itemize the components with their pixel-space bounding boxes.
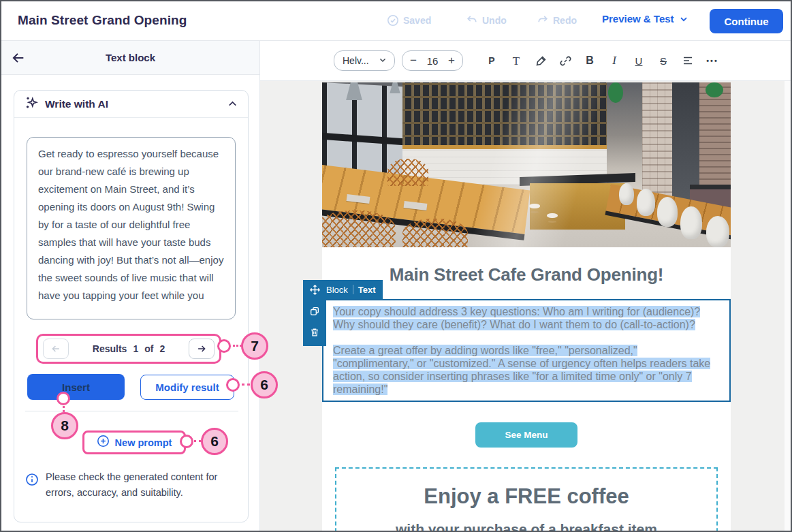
sidebar-header: Text block bbox=[1, 41, 259, 75]
block-tab[interactable]: Block bbox=[326, 285, 348, 295]
ai-card-title: Write with AI bbox=[45, 98, 108, 110]
results-counter: Results 1 of 2 bbox=[93, 343, 165, 354]
offer-subtitle: with your purchase of a breakfast item bbox=[343, 521, 710, 532]
results-current: 1 bbox=[133, 343, 138, 354]
cafe-photo-image-block[interactable] bbox=[322, 82, 731, 247]
block-toolbar: Block Text bbox=[303, 280, 383, 346]
top-bar: Main Street Grand Opening Saved Undo Red… bbox=[1, 1, 791, 41]
align-button[interactable] bbox=[676, 48, 700, 73]
saved-status: Saved bbox=[387, 14, 431, 27]
previous-result-button[interactable] bbox=[43, 339, 69, 359]
chevron-up-icon[interactable] bbox=[227, 98, 238, 112]
ai-disclaimer: Please check the generated content for e… bbox=[25, 469, 238, 501]
chevron-down-icon bbox=[378, 55, 387, 67]
strikethrough-button[interactable]: S bbox=[651, 48, 676, 73]
new-prompt-button[interactable]: New prompt bbox=[82, 431, 186, 454]
email-builder-window: Main Street Grand Opening Saved Undo Red… bbox=[0, 0, 792, 532]
email-paragraph: Your copy should address 3 key questions… bbox=[333, 305, 720, 331]
canvas-scrollbar[interactable] bbox=[785, 81, 791, 532]
bold-button[interactable]: B bbox=[577, 48, 602, 73]
text-tab[interactable]: Text bbox=[358, 285, 376, 295]
highlighted-text[interactable]: Create a great offer by adding words lik… bbox=[333, 345, 710, 395]
block-toolbar-tab: Block Text bbox=[303, 280, 383, 299]
results-of: of bbox=[144, 343, 153, 354]
more-options-button[interactable]: ••• bbox=[700, 48, 725, 73]
undo-label: Undo bbox=[482, 15, 507, 26]
continue-button[interactable]: Continue bbox=[710, 9, 783, 33]
panel-title: Text block bbox=[1, 41, 259, 75]
font-family-dropdown[interactable]: Helv... bbox=[334, 50, 395, 71]
undo-button[interactable]: Undo bbox=[466, 14, 507, 27]
editor-canvas: Helv... − 16 + P T bbox=[260, 41, 791, 532]
email-preview-area: Main Street Cafe Grand Opening! Block Te… bbox=[260, 81, 791, 532]
block-toolbar-actions bbox=[303, 299, 326, 346]
redo-label: Redo bbox=[553, 15, 577, 26]
font-size-stepper: − 16 + bbox=[402, 50, 463, 71]
selected-text-block[interactable]: Block Text Your c bbox=[322, 299, 731, 402]
chevron-down-icon bbox=[678, 14, 689, 25]
tab-separator bbox=[353, 285, 353, 294]
divider bbox=[25, 411, 238, 411]
plus-circle-icon bbox=[97, 435, 110, 450]
format-buttons: P T B I U S ••• bbox=[479, 48, 725, 73]
highlight-button[interactable] bbox=[528, 48, 553, 73]
text-format-toolbar: Helv... − 16 + P T bbox=[260, 41, 791, 81]
increase-font-button[interactable]: + bbox=[448, 54, 455, 67]
saved-label: Saved bbox=[403, 15, 431, 26]
undo-icon bbox=[466, 14, 478, 27]
redo-button[interactable]: Redo bbox=[537, 14, 577, 27]
redo-icon bbox=[537, 14, 549, 27]
campaign-title: Main Street Grand Opening bbox=[18, 13, 187, 28]
saved-check-icon bbox=[387, 14, 399, 27]
preview-test-menu[interactable]: Preview & Test bbox=[602, 13, 689, 25]
duplicate-icon[interactable] bbox=[309, 306, 320, 317]
modify-result-button[interactable]: Modify result bbox=[140, 375, 234, 400]
text-color-glyph: T bbox=[513, 56, 520, 66]
ai-disclaimer-text: Please check the generated content for e… bbox=[46, 469, 238, 501]
link-button[interactable] bbox=[553, 48, 577, 73]
paragraph-style-button[interactable]: P bbox=[479, 48, 504, 73]
offer-title: Enjoy a FREE coffee bbox=[343, 484, 710, 509]
see-menu-button[interactable]: See Menu bbox=[475, 422, 577, 448]
write-with-ai-card: Write with AI Get ready to espresso your… bbox=[14, 90, 249, 522]
trash-icon[interactable] bbox=[309, 327, 320, 338]
insert-button[interactable]: Insert bbox=[27, 374, 125, 400]
highlighted-text[interactable]: Your copy should address 3 key questions… bbox=[333, 306, 700, 330]
font-size-value: 16 bbox=[427, 55, 439, 67]
underline-button[interactable]: U bbox=[627, 48, 651, 73]
drag-handle-icon[interactable] bbox=[303, 284, 326, 296]
offer-block[interactable]: Enjoy a FREE coffee with your purchase o… bbox=[335, 467, 718, 532]
results-total: 2 bbox=[159, 343, 165, 354]
email-heading[interactable]: Main Street Cafe Grand Opening! bbox=[322, 264, 731, 285]
sidebar-panel: Text block Write with AI Get ready to es… bbox=[1, 41, 260, 532]
email-paragraph: Create a great offer by adding words lik… bbox=[333, 344, 720, 396]
text-color-button[interactable]: T bbox=[504, 48, 528, 73]
results-pagination: Results 1 of 2 bbox=[36, 334, 221, 364]
new-prompt-label: New prompt bbox=[115, 437, 172, 448]
email-document: Main Street Cafe Grand Opening! Block Te… bbox=[322, 82, 731, 532]
decrease-font-button[interactable]: − bbox=[410, 54, 417, 67]
ai-result-text-area[interactable]: Get ready to espresso yourself because o… bbox=[27, 137, 236, 319]
ai-sparkle-icon bbox=[25, 96, 39, 112]
info-icon bbox=[25, 473, 39, 501]
next-result-button[interactable] bbox=[189, 339, 215, 359]
photo-floor-sheen bbox=[322, 82, 731, 247]
button-block: See Menu bbox=[322, 422, 731, 448]
italic-button[interactable]: I bbox=[602, 48, 627, 73]
back-arrow-icon[interactable] bbox=[11, 50, 27, 67]
font-family-value: Helv... bbox=[343, 55, 369, 66]
preview-test-label: Preview & Test bbox=[602, 13, 674, 25]
ai-card-header[interactable]: Write with AI bbox=[14, 91, 248, 118]
results-word: Results bbox=[93, 343, 127, 354]
